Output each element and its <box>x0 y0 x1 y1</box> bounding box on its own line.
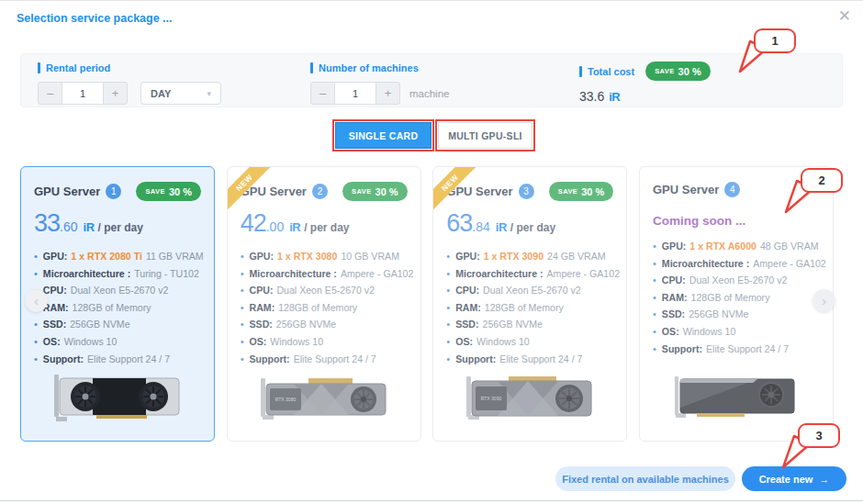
currency-icon: iR <box>289 220 300 234</box>
new-ribbon: NEW <box>228 167 274 213</box>
dialog-title: Selection service package ... <box>17 12 173 25</box>
machines-stepper: – + <box>310 82 400 105</box>
spec-cpu: CPU:Dual Xeon E5-2670 v2 <box>241 282 408 299</box>
spec-support: Support:Elite Support 24 / 7 <box>241 351 408 368</box>
spec-microarchitecture: Microarchitecture :Ampere - GA102 <box>241 265 408 283</box>
card-number-badge: 1 <box>106 184 121 199</box>
annotation-callout-1: 1 <box>732 28 801 76</box>
spec-gpu: GPU:1 x RTX 2080 Ti11 GB VRAM <box>34 248 201 265</box>
machines-label: Number of machines <box>310 62 449 74</box>
save-badge: SAVE 30 % <box>342 182 408 201</box>
price-row: 63.84 iR / per day <box>446 209 613 238</box>
gpu-card-image <box>653 371 820 426</box>
total-cost-label: Total cost <box>579 65 634 78</box>
spec-gpu: GPU:1 x RTX 309024 GB VRAM <box>446 248 613 265</box>
annotation-callout-2: 2 <box>779 168 847 216</box>
service-package-dialog: Selection service package ... ✕ Rental p… <box>0 0 863 504</box>
coming-soon-label: Coming soon ... <box>653 214 820 228</box>
spec-ssd: SSD:256GB NVMe <box>446 316 613 333</box>
price-row: 33.60 iR / per day <box>34 209 201 238</box>
gpu-card-image: RTX 3080 <box>241 371 408 426</box>
rental-period-label: Rental period <box>38 62 221 74</box>
tab-single-card[interactable]: SINGLE CARD <box>335 122 432 149</box>
svg-text:RTX 3080: RTX 3080 <box>275 397 296 402</box>
save-badge: SAVE 30 % <box>136 182 201 201</box>
spec-microarchitecture: Microarchitecture :Ampere - GA102 <box>446 265 613 283</box>
spec-cpu: CPU:Dual Xeon E5-2670 v2 <box>653 272 820 289</box>
rental-period-section: Rental period – + DAY ▾ <box>38 62 221 105</box>
spec-list: GPU:1 x RTX A600048 GB VRAM Microarchite… <box>653 238 820 357</box>
spec-ssd: SSD:256GB NVMe <box>653 306 820 323</box>
gpu-card-image <box>34 371 201 426</box>
spec-support: Support:Elite Support 24 / 7 <box>653 341 820 358</box>
carousel-prev-icon[interactable]: ‹ <box>25 289 48 312</box>
total-cost-section: Total cost SAVE 30 % 33.6 iR <box>579 62 711 104</box>
spec-os: OS:Windows 10 <box>446 333 613 351</box>
spec-cpu: CPU:Dual Xeon E5-2670 v2 <box>34 282 201 299</box>
gpu-server-card-3[interactable]: GPU Server 3 SAVE 30 % 63.84 iR / per da… <box>432 166 627 442</box>
svg-text:RTX 3090: RTX 3090 <box>481 396 502 401</box>
machines-section: Number of machines – + machine <box>310 62 449 105</box>
rental-unit-select[interactable]: DAY ▾ <box>140 82 221 105</box>
spec-ssd: SSD:256GB NVMe <box>34 316 201 333</box>
spec-ssd: SSD:256GB NVMe <box>241 316 408 333</box>
filter-panel: Rental period – + DAY ▾ Number of machin… <box>20 53 843 107</box>
bottom-divider <box>0 500 863 501</box>
machines-plus-button[interactable]: + <box>375 82 400 105</box>
price-row: 42.00 iR / per day <box>241 209 408 238</box>
spec-os: OS:Windows 10 <box>34 333 201 351</box>
machines-minus-button[interactable]: – <box>310 82 335 105</box>
arrow-right-icon: → <box>819 474 829 485</box>
new-ribbon <box>640 167 686 213</box>
rental-period-stepper: – + <box>38 82 128 105</box>
gpu-card-image: RTX 3090 <box>446 371 613 426</box>
rental-plus-button[interactable]: + <box>103 82 128 105</box>
new-ribbon <box>21 167 67 213</box>
spec-os: OS:Windows 10 <box>241 333 408 351</box>
spec-ram: RAM:128GB of Memory <box>446 299 613 317</box>
currency-icon: iR <box>496 220 507 234</box>
spec-os: OS:Windows 10 <box>653 323 820 341</box>
spec-list: GPU:1 x RTX 2080 Ti11 GB VRAM Microarchi… <box>34 248 201 367</box>
currency-icon: iR <box>84 220 95 234</box>
close-icon[interactable]: ✕ <box>838 8 851 24</box>
new-ribbon: NEW <box>433 167 479 213</box>
card-number-badge: 3 <box>519 184 534 199</box>
card-number-badge: 4 <box>724 182 740 197</box>
currency-icon: iR <box>609 90 620 104</box>
spec-list: GPU:1 x RTX 309024 GB VRAM Microarchitec… <box>446 248 613 367</box>
spec-ram: RAM:128GB of Memory <box>241 299 408 317</box>
spec-support: Support:Elite Support 24 / 7 <box>34 351 201 368</box>
spec-support: Support:Elite Support 24 / 7 <box>446 351 613 368</box>
spec-gpu: GPU:1 x RTX 308010 GB VRAM <box>241 248 408 265</box>
annotation-callout-3: 3 <box>776 423 845 471</box>
machines-input[interactable] <box>335 82 375 105</box>
spec-ram: RAM:128GB of Memory <box>653 289 820 307</box>
save-badge: SAVE 30 % <box>645 62 711 81</box>
tab-multi-gpu-sli[interactable]: MULTI GPU-SLI <box>438 122 532 149</box>
spec-microarchitecture: Microarchitecture :Ampere - GA102 <box>653 255 820 273</box>
fixed-rental-button[interactable]: Fixed rental on available machines <box>555 466 735 491</box>
carousel-next-icon[interactable]: › <box>813 289 835 312</box>
gpu-server-card-2[interactable]: GPU Server 2 SAVE 30 % 42.00 iR / per da… <box>227 166 421 442</box>
spec-cpu: CPU:Dual Xeon E5-2670 v2 <box>446 282 613 299</box>
machines-suffix: machine <box>409 88 449 99</box>
total-cost-value: 33.6 <box>579 89 604 104</box>
rental-period-input[interactable] <box>62 82 103 105</box>
card-number-badge: 2 <box>312 184 328 199</box>
spec-microarchitecture: Microarchitecture :Turing - TU102 <box>34 265 201 283</box>
rental-unit-value: DAY <box>151 88 171 99</box>
rental-minus-button[interactable]: – <box>38 82 62 105</box>
gpu-server-card-1[interactable]: GPU Server 1 SAVE 30 % 33.60 iR / per da… <box>20 166 215 442</box>
spec-list: GPU:1 x RTX 308010 GB VRAM Microarchitec… <box>241 248 408 367</box>
gpu-cards-row: GPU Server 1 SAVE 30 % 33.60 iR / per da… <box>20 166 834 442</box>
save-badge: SAVE 30 % <box>549 182 614 201</box>
spec-gpu: GPU:1 x RTX A600048 GB VRAM <box>653 238 820 255</box>
chevron-down-icon: ▾ <box>207 89 211 98</box>
spec-ram: RAM:128GB of Memory <box>34 299 201 317</box>
